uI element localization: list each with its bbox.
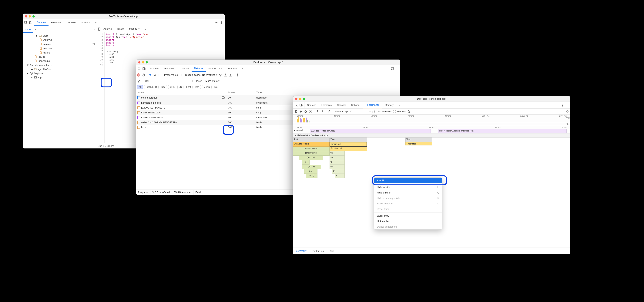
upload-icon[interactable]	[224, 73, 227, 77]
net-bar-collect[interactable]: collect (region1.google-analytics.com)	[438, 129, 566, 133]
tree-file-main-ts[interactable]: main.ts	[23, 42, 96, 46]
tree-file-banner-jpg[interactable]: banner.jpg	[23, 59, 96, 63]
memory-checkbox[interactable]: Memory	[393, 110, 406, 113]
close-icon[interactable]	[295, 98, 298, 100]
trash-icon[interactable]	[407, 110, 410, 113]
tab-memory[interactable]: Memory	[225, 65, 239, 72]
flame-timer-fired[interactable]: Timer fired	[330, 142, 367, 147]
flame-task[interactable]: Task	[293, 138, 330, 142]
invert-checkbox[interactable]: Invert	[192, 80, 202, 83]
gear-icon[interactable]	[236, 73, 239, 77]
gear-icon[interactable]	[391, 67, 394, 70]
menu-label-entry[interactable]: Label entry	[374, 213, 442, 219]
editor-tab-app-vue[interactable]: App.vue	[101, 27, 115, 31]
flame-c[interactable]: c	[302, 160, 310, 165]
flame-an-s[interactable]: (an…s)	[302, 165, 321, 169]
flame-gy[interactable]: gy	[330, 165, 345, 169]
pill-fetch-xhr[interactable]: Fetch/XHR	[144, 85, 158, 89]
tree-folder-ajax[interactable]: ▶ajax/libs/nor…	[23, 67, 96, 71]
more-filters[interactable]: More filters ▾	[206, 80, 220, 82]
editor-tabs-more[interactable]: »	[142, 27, 148, 31]
flame-anon[interactable]: (anonymous)	[293, 151, 330, 155]
pill-font[interactable]: Font	[184, 85, 192, 89]
lane-header-main[interactable]: ▼ Main — https://coffee-cart.app/	[293, 134, 570, 138]
clear-icon[interactable]	[309, 110, 312, 113]
screenshots-checkbox[interactable]: Screenshots	[374, 110, 392, 113]
tab-performance[interactable]: Performance	[363, 102, 382, 108]
record-icon[interactable]	[294, 110, 298, 113]
col-status[interactable]: Status	[226, 90, 255, 95]
flame-evaluate-script[interactable]: Evaluate script ▶	[293, 142, 330, 147]
tab-elements[interactable]: Elements	[162, 65, 177, 72]
tree-file-utils-ts[interactable]: utils.ts	[23, 50, 96, 55]
menu-hide-function[interactable]: Hide functionH	[374, 184, 442, 190]
col-type[interactable]: Type	[255, 90, 400, 95]
flame-by[interactable]: by	[332, 169, 345, 174]
navigator-tab-page[interactable]: Page	[23, 27, 33, 33]
pill-img[interactable]: Img	[194, 85, 201, 89]
filter-input[interactable]	[142, 79, 191, 83]
tab-call-tree[interactable]: Call t	[327, 248, 338, 254]
performance-body[interactable]: 197 ms 397 ms 597 ms 797 ms 997 ms 1,197…	[293, 115, 570, 248]
reload-icon[interactable]	[304, 110, 307, 113]
filter-icon[interactable]	[148, 73, 152, 77]
flame-task[interactable]: Task	[406, 138, 432, 142]
minimize-icon[interactable]	[142, 61, 144, 63]
col-name[interactable]: Name	[136, 90, 226, 95]
tree-file-ad-jpg[interactable]: ad.jpg	[23, 55, 96, 59]
clear-icon[interactable]	[142, 73, 145, 77]
minimize-icon[interactable]	[29, 15, 31, 17]
download-icon[interactable]	[321, 110, 324, 113]
sources-navigator[interactable]: Page » ▶store App.vue main.ts router.ts …	[23, 26, 96, 149]
menu-ask-ai[interactable]: Ask AI	[374, 178, 442, 183]
menu-hide-children[interactable]: Hide childrenC	[374, 190, 442, 195]
flame-an-us[interactable]: (an…us)	[298, 155, 323, 160]
preserve-log-checkbox[interactable]: Preserve log	[160, 73, 178, 76]
flame-anon[interactable]: (anonymous)	[293, 147, 330, 151]
tree-origin-cdnjs[interactable]: ▼cdnjs.cloudflar…	[23, 63, 96, 67]
lane-network[interactable]: ▶ Network 522e.css (coffee-cart.app) col…	[293, 129, 570, 134]
zoom-icon[interactable]	[32, 15, 35, 17]
device-icon[interactable]	[299, 103, 303, 107]
tab-more[interactable]: »	[239, 65, 246, 72]
record-icon[interactable]	[137, 73, 140, 76]
editor-tab-utils-ts[interactable]: utils.ts	[115, 27, 127, 31]
tree-deployed[interactable]: ▼Deployed	[23, 71, 96, 75]
tree-folder-store[interactable]: ▶store	[23, 33, 96, 38]
flame-yz[interactable]: yz	[330, 151, 345, 155]
tab-console[interactable]: Console	[334, 102, 348, 108]
ai-badge-icon[interactable]	[92, 42, 95, 46]
flame-e[interactable]: e	[335, 174, 345, 178]
throttling-select[interactable]: No throttling ▾	[202, 73, 218, 76]
flame-a[interactable]: (a…)	[304, 169, 318, 174]
gear-icon[interactable]	[566, 110, 569, 113]
record-filled-icon[interactable]	[299, 110, 302, 113]
disable-cache-checkbox[interactable]: Disable cache	[182, 73, 201, 76]
tab-more[interactable]: »	[92, 19, 99, 26]
tab-more[interactable]: »	[396, 102, 403, 108]
navigator-more[interactable]: »	[33, 27, 39, 33]
tab-sources[interactable]: Sources	[304, 102, 319, 108]
tree-file-router-ts[interactable]: router.ts	[23, 46, 96, 50]
tab-console[interactable]: Console	[64, 19, 78, 26]
flame-a2[interactable]: (a…)	[306, 174, 318, 178]
kebab-icon[interactable]	[395, 67, 399, 70]
kebab-icon[interactable]	[566, 103, 569, 107]
device-icon[interactable]	[142, 67, 146, 70]
flame-timer-fired[interactable]: Timer fired	[406, 142, 432, 146]
pill-js[interactable]: JS	[178, 85, 184, 89]
inspect-icon[interactable]	[24, 21, 28, 24]
device-icon[interactable]	[29, 21, 32, 24]
kebab-icon[interactable]	[220, 21, 223, 24]
flame-function-call[interactable]: Function call	[330, 147, 367, 151]
pill-media[interactable]: Media	[202, 85, 212, 89]
close-icon[interactable]	[138, 61, 140, 63]
wifi-icon[interactable]	[219, 73, 222, 77]
tree-top[interactable]: ▼top	[23, 75, 96, 80]
pill-doc[interactable]: Doc	[160, 85, 167, 89]
tab-memory[interactable]: Memory	[382, 102, 396, 108]
tab-network[interactable]: Network	[348, 102, 363, 108]
flame-task[interactable]: Task	[330, 138, 367, 142]
flame-tz[interactable]: tz	[330, 160, 345, 165]
tab-sources[interactable]: Sources	[148, 65, 162, 72]
